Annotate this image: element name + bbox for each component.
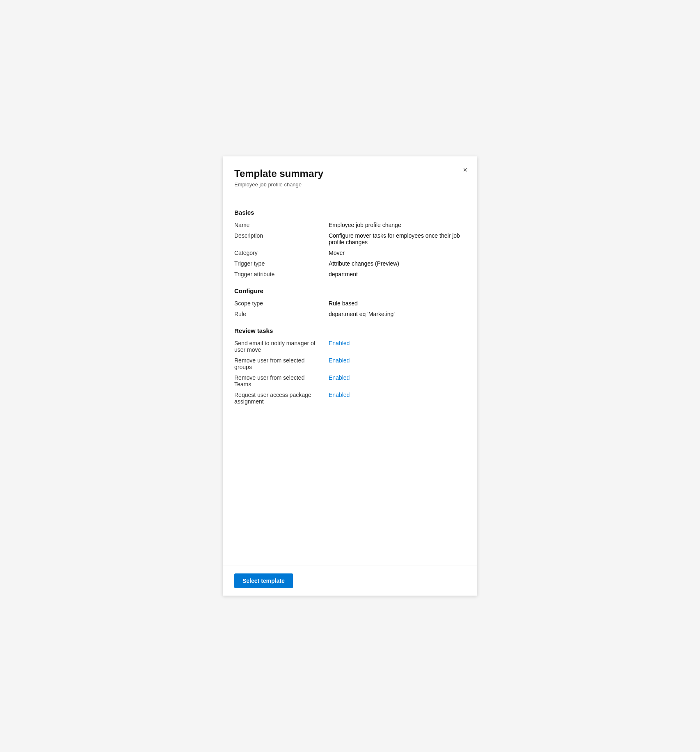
select-template-button[interactable]: Select template <box>234 573 293 588</box>
panel-content: Basics Name Employee job profile change … <box>223 188 477 596</box>
panel-header: Template summary Employee job profile ch… <box>223 156 477 188</box>
field-value-scope-type: Rule based <box>329 300 466 307</box>
field-rule: Rule department eq 'Marketing' <box>234 311 466 317</box>
field-value-send-email: Enabled <box>329 340 466 346</box>
field-label-trigger-attribute: Trigger attribute <box>234 271 329 277</box>
field-access-package: Request user access package assignment E… <box>234 392 466 405</box>
review-tasks-section-title: Review tasks <box>234 327 466 334</box>
field-value-category: Mover <box>329 250 466 256</box>
field-send-email: Send email to notify manager of user mov… <box>234 340 466 353</box>
field-remove-groups: Remove user from selected groups Enabled <box>234 357 466 370</box>
field-label-access-package: Request user access package assignment <box>234 392 329 405</box>
template-summary-panel: Template summary Employee job profile ch… <box>223 156 477 596</box>
field-value-remove-groups: Enabled <box>329 357 466 364</box>
field-value-trigger-type: Attribute changes (Preview) <box>329 260 466 267</box>
field-trigger-type: Trigger type Attribute changes (Preview) <box>234 260 466 267</box>
field-value-access-package: Enabled <box>329 392 466 398</box>
field-label-trigger-type: Trigger type <box>234 260 329 267</box>
field-name: Name Employee job profile change <box>234 222 466 228</box>
field-value-rule: department eq 'Marketing' <box>329 311 466 317</box>
field-label-remove-teams: Remove user from selected Teams <box>234 374 329 387</box>
configure-section-title: Configure <box>234 287 466 294</box>
panel-title: Template summary <box>234 168 466 180</box>
field-category: Category Mover <box>234 250 466 256</box>
field-label-send-email: Send email to notify manager of user mov… <box>234 340 329 353</box>
field-label-scope-type: Scope type <box>234 300 329 307</box>
close-button[interactable]: × <box>461 165 469 175</box>
field-value-name: Employee job profile change <box>329 222 466 228</box>
field-value-remove-teams: Enabled <box>329 374 466 381</box>
field-remove-teams: Remove user from selected Teams Enabled <box>234 374 466 387</box>
field-label-description: Description <box>234 232 329 239</box>
field-description: Description Configure mover tasks for em… <box>234 232 466 245</box>
basics-section-title: Basics <box>234 209 466 216</box>
field-trigger-attribute: Trigger attribute department <box>234 271 466 277</box>
panel-footer: Select template <box>223 566 477 596</box>
field-scope-type: Scope type Rule based <box>234 300 466 307</box>
field-value-description: Configure mover tasks for employees once… <box>329 232 466 245</box>
field-label-category: Category <box>234 250 329 256</box>
field-value-trigger-attribute: department <box>329 271 466 277</box>
panel-subtitle: Employee job profile change <box>234 181 466 188</box>
field-label-rule: Rule <box>234 311 329 317</box>
field-label-remove-groups: Remove user from selected groups <box>234 357 329 370</box>
field-label-name: Name <box>234 222 329 228</box>
